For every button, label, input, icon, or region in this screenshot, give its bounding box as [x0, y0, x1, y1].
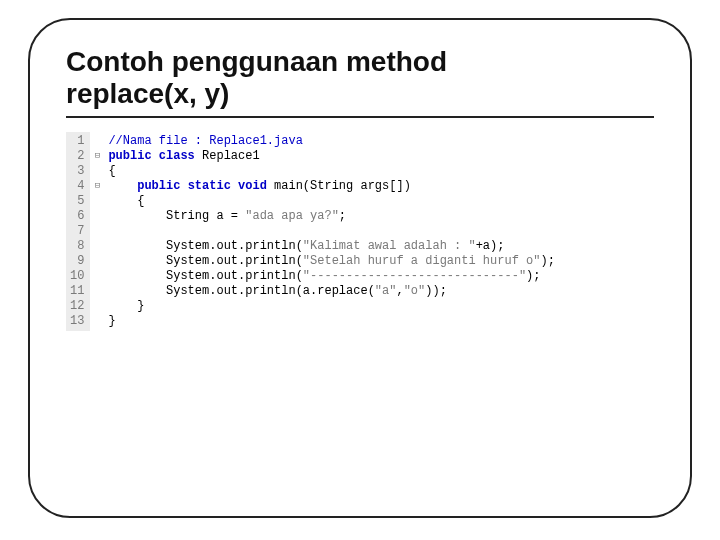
code-text-span: ); — [540, 254, 554, 268]
slide-frame: Contoh penggunaan method replace(x, y) 1… — [28, 18, 692, 518]
code-text-span: { — [108, 194, 144, 208]
code-text-span: Replace1 — [195, 149, 260, 163]
code-text-span: ); — [526, 269, 540, 283]
line-number-gutter: 1 2 3 4 5 6 7 8 9 10 11 12 13 — [66, 132, 90, 331]
code-string: "o" — [404, 284, 426, 298]
code-text: //Nama file : Replace1.java public class… — [104, 132, 554, 331]
code-keyword: public class — [108, 149, 194, 163]
code-indent — [108, 179, 137, 193]
code-block: 1 2 3 4 5 6 7 8 9 10 11 12 13 ⊟ ⊟ //Nama… — [66, 132, 654, 331]
code-string: "ada apa ya?" — [245, 209, 339, 223]
code-string: "Kalimat awal adalah : " — [303, 239, 476, 253]
code-string: "a" — [375, 284, 397, 298]
code-text-span: main(String args[]) — [267, 179, 411, 193]
code-text-span: ; — [339, 209, 346, 223]
title-line-1: Contoh penggunaan method — [66, 46, 447, 77]
code-text-span: { — [108, 164, 115, 178]
code-string: "-----------------------------" — [303, 269, 526, 283]
code-text-span: +a); — [476, 239, 505, 253]
code-keyword: public static void — [137, 179, 267, 193]
title-line-2: replace(x, y) — [66, 78, 229, 109]
code-text-span: } — [108, 314, 115, 328]
code-text-span: System.out.println( — [108, 269, 302, 283]
code-comment: //Nama file : Replace1.java — [108, 134, 302, 148]
code-text-span: } — [108, 299, 144, 313]
code-text-span: , — [396, 284, 403, 298]
fold-column: ⊟ ⊟ — [90, 132, 104, 331]
code-text-span: )); — [425, 284, 447, 298]
slide-title: Contoh penggunaan method replace(x, y) — [66, 46, 654, 118]
code-text-span: String a = — [108, 209, 245, 223]
code-string: "Setelah huruf a diganti huruf o" — [303, 254, 541, 268]
code-text-span: System.out.println( — [108, 254, 302, 268]
code-text-span: System.out.println( — [108, 239, 302, 253]
code-text-span: System.out.println(a.replace( — [108, 284, 374, 298]
